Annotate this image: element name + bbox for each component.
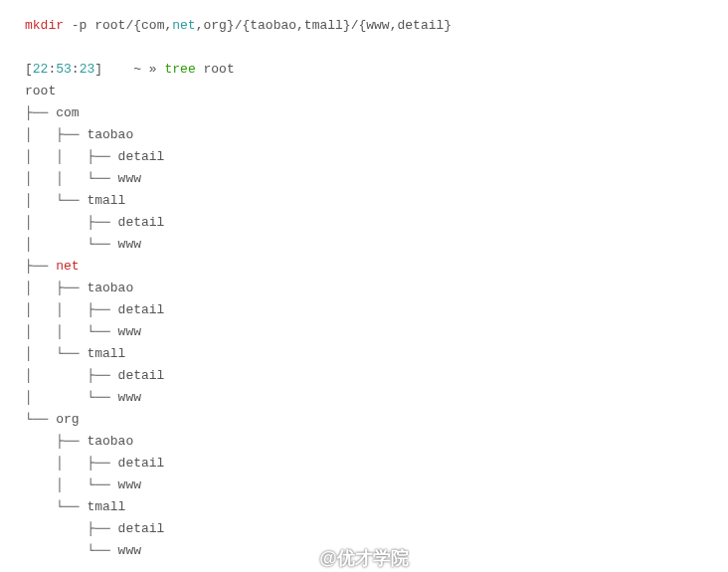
tree-line: │ │ ├── detail xyxy=(25,299,703,321)
tree-line: │ └── tmall xyxy=(25,343,703,365)
mkdir-args-2: ,org}/{taobao,tmall}/{www,detail} xyxy=(196,18,452,33)
tree-keyword: tree xyxy=(164,62,195,77)
prompt-sec: 23 xyxy=(80,62,95,77)
tree-line: │ ├── taobao xyxy=(25,124,703,146)
tree-line: └── www xyxy=(25,540,703,562)
prompt-hour: 22 xyxy=(33,62,49,77)
tree-command-line: [22:53:23] ~ » tree root xyxy=(25,59,703,81)
tree-line: ├── com xyxy=(25,102,703,124)
tree-line: └── org xyxy=(25,409,703,431)
tree-net: net xyxy=(56,259,79,274)
tree-line: ├── detail xyxy=(25,518,703,540)
tree-prefix: ├── xyxy=(25,259,56,274)
blank-line xyxy=(25,37,703,59)
tree-arg: root xyxy=(196,62,235,77)
tree-line: │ ├── taobao xyxy=(25,278,703,299)
tree-line: │ │ ├── detail xyxy=(25,146,703,168)
prompt-rb: ] ~ » xyxy=(94,62,164,77)
tree-line: │ └── www xyxy=(25,234,703,256)
tree-line: ├── taobao xyxy=(25,431,703,453)
mkdir-keyword: mkdir xyxy=(25,18,64,33)
mkdir-args-1: -p root/{com, xyxy=(64,18,172,33)
tree-line: │ ├── detail xyxy=(25,212,703,234)
tree-root: root xyxy=(25,81,703,102)
prompt-min: 53 xyxy=(56,62,72,77)
tree-line: │ │ └── www xyxy=(25,321,703,343)
tree-line: │ └── www xyxy=(25,387,703,409)
tree-line: └── tmall xyxy=(25,496,703,518)
tree-line: │ │ └── www xyxy=(25,168,703,190)
tree-line: │ └── www xyxy=(25,475,703,496)
mkdir-command-line: mkdir -p root/{com,net,org}/{taobao,tmal… xyxy=(25,15,703,37)
tree-line: ├── net xyxy=(25,256,703,278)
prompt-colon2: : xyxy=(72,62,80,77)
tree-line: │ ├── detail xyxy=(25,453,703,475)
mkdir-net: net xyxy=(172,18,195,33)
tree-line: │ └── tmall xyxy=(25,190,703,212)
tree-line: │ ├── detail xyxy=(25,365,703,387)
prompt-lb: [ xyxy=(25,62,33,77)
